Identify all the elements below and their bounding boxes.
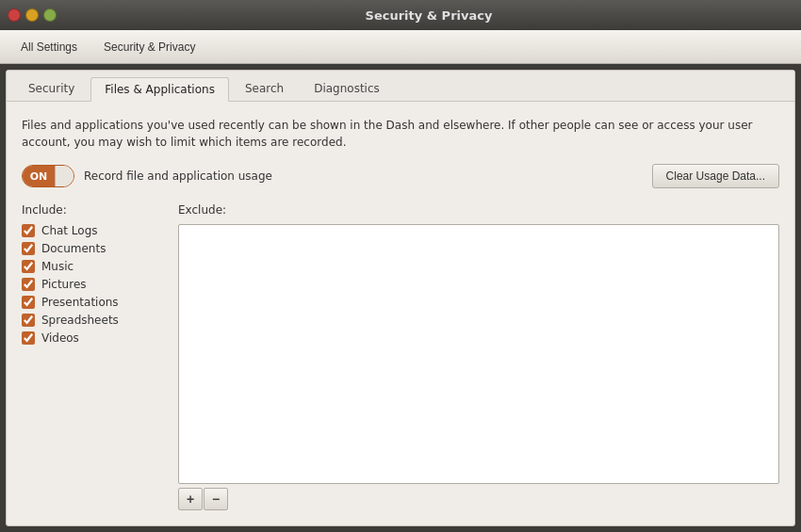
record-toggle[interactable]: ON bbox=[22, 165, 74, 187]
exclude-label: Exclude: bbox=[178, 203, 779, 217]
pictures-checkbox[interactable] bbox=[22, 278, 35, 291]
remove-exclude-button[interactable]: − bbox=[204, 488, 228, 510]
toggle-row: ON Record file and application usage Cle… bbox=[22, 164, 779, 188]
nav-security-privacy[interactable]: Security & Privacy bbox=[90, 30, 208, 63]
titlebar: Security & Privacy bbox=[0, 0, 801, 30]
maximize-button[interactable] bbox=[43, 8, 57, 22]
list-item[interactable]: Chat Logs bbox=[22, 224, 163, 237]
include-exclude-section: Include: Chat Logs Documents Music bbox=[22, 203, 779, 510]
music-checkbox[interactable] bbox=[22, 260, 35, 273]
add-exclude-button[interactable]: + bbox=[178, 488, 203, 510]
spreadsheets-checkbox[interactable] bbox=[22, 314, 35, 327]
main-window: Security Files & Applications Search Dia… bbox=[6, 70, 795, 526]
music-label: Music bbox=[41, 260, 74, 273]
chat-logs-checkbox[interactable] bbox=[22, 224, 35, 237]
tab-content: Files and applications you've used recen… bbox=[7, 102, 794, 525]
list-item[interactable]: Videos bbox=[22, 331, 163, 345]
window-title: Security & Privacy bbox=[64, 8, 793, 23]
nav-all-settings[interactable]: All Settings bbox=[8, 30, 90, 63]
videos-label: Videos bbox=[41, 331, 79, 345]
description-text: Files and applications you've used recen… bbox=[22, 117, 779, 151]
navbar: All Settings Security & Privacy bbox=[0, 30, 801, 64]
tab-search[interactable]: Search bbox=[231, 76, 298, 101]
list-item[interactable]: Presentations bbox=[22, 296, 163, 309]
tab-diagnostics[interactable]: Diagnostics bbox=[300, 76, 394, 101]
documents-checkbox[interactable] bbox=[22, 242, 35, 255]
toggle-handle bbox=[55, 166, 74, 186]
include-label: Include: bbox=[22, 203, 163, 217]
videos-checkbox[interactable] bbox=[22, 331, 35, 345]
exclude-controls: + − bbox=[178, 488, 779, 510]
exclude-list-box[interactable] bbox=[178, 224, 779, 484]
toggle-label-text: Record file and application usage bbox=[84, 169, 643, 183]
spreadsheets-label: Spreadsheets bbox=[41, 314, 119, 327]
list-item[interactable]: Documents bbox=[22, 242, 163, 255]
include-section: Include: Chat Logs Documents Music bbox=[22, 203, 163, 510]
toggle-on-label: ON bbox=[23, 166, 55, 186]
tabs-bar: Security Files & Applications Search Dia… bbox=[7, 71, 794, 102]
window-controls bbox=[8, 8, 57, 22]
include-list: Chat Logs Documents Music Pictures bbox=[22, 224, 163, 345]
presentations-label: Presentations bbox=[41, 296, 119, 309]
clear-usage-data-button[interactable]: Clear Usage Data... bbox=[652, 164, 779, 188]
pictures-label: Pictures bbox=[41, 278, 87, 291]
documents-label: Documents bbox=[41, 242, 106, 255]
tab-files-applications[interactable]: Files & Applications bbox=[90, 77, 229, 102]
minimize-button[interactable] bbox=[25, 8, 39, 22]
exclude-section: Exclude: + − bbox=[178, 203, 779, 510]
list-item[interactable]: Spreadsheets bbox=[22, 314, 163, 327]
list-item[interactable]: Pictures bbox=[22, 278, 163, 291]
chat-logs-label: Chat Logs bbox=[41, 224, 98, 237]
list-item[interactable]: Music bbox=[22, 260, 163, 273]
tab-security[interactable]: Security bbox=[14, 76, 89, 101]
close-button[interactable] bbox=[8, 8, 21, 22]
presentations-checkbox[interactable] bbox=[22, 296, 35, 309]
